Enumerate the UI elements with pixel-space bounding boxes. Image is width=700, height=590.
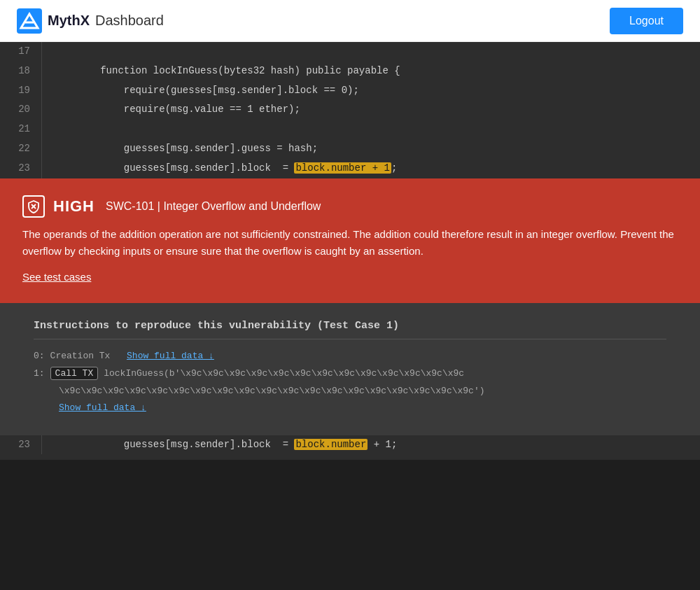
call-tx-badge: Call TX — [50, 367, 99, 380]
line-number-21: 21 — [0, 120, 42, 139]
mythx-logo-icon — [17, 8, 42, 34]
line-content-22: guesses[msg.sender].guess = hash; — [42, 139, 318, 159]
tx-step-0-label: Creation Tx — [50, 351, 121, 361]
line-number-17: 17 — [0, 42, 42, 62]
app-header: MythX Dashboard Logout — [0, 0, 700, 42]
code-line-18: 18 function lockInGuess(bytes32 hash) pu… — [0, 62, 700, 81]
line-content-21 — [42, 120, 59, 139]
alert-header: HIGH SWC-101 | Integer Overflow and Unde… — [22, 195, 678, 218]
shield-x-icon — [27, 199, 41, 213]
line-number-19: 19 — [0, 81, 42, 101]
alert-severity-icon — [22, 195, 45, 218]
instructions-section: Instructions to reproduce this vulnerabi… — [0, 303, 700, 435]
alert-section: HIGH SWC-101 | Integer Overflow and Unde… — [0, 178, 700, 303]
line-content-20: require(msg.value == 1 ether); — [42, 100, 300, 120]
line-content-17 — [42, 42, 59, 62]
logo-brand-name: MythX — [48, 13, 90, 29]
line-number-22: 22 — [0, 139, 42, 159]
tx-step-1: 1: Call TX lockInGuess(b'\x9c\x9c\x9c\x9… — [34, 367, 666, 380]
code-line-21: 21 — [0, 120, 700, 139]
alert-swc-code: SWC-101 | Integer Overflow and Underflow — [106, 200, 321, 213]
line-content-bottom-23: guesses[msg.sender].block = block.number… — [42, 435, 397, 455]
line-content-23: guesses[msg.sender].block = block.number… — [42, 159, 397, 178]
tx-step-0: 0: Creation Tx Show full data ↓ — [34, 351, 666, 361]
highlighted-code-bottom: block.number — [294, 439, 368, 450]
code-block-bottom: 23 guesses[msg.sender].block = block.num… — [0, 435, 700, 455]
instructions-title: Instructions to reproduce this vulnerabi… — [34, 320, 666, 339]
tx-step-1-data-short: lockInGuess(b'\x9c\x9c\x9c\x9c\x9c\x9c\x… — [104, 368, 464, 379]
code-line-22: 22 guesses[msg.sender].guess = hash; — [0, 139, 700, 159]
line-content-18: function lockInGuess(bytes32 hash) publi… — [42, 62, 400, 81]
code-line-17: 17 — [0, 42, 700, 62]
alert-description: The operands of the addition operation a… — [22, 226, 678, 260]
see-test-cases-link[interactable]: See test cases — [22, 271, 91, 283]
code-line-20: 20 require(msg.value == 1 ether); — [0, 100, 700, 120]
code-block-top: 17 18 function lockInGuess(bytes32 hash)… — [0, 42, 700, 178]
code-section-top: 17 18 function lockInGuess(bytes32 hash)… — [0, 42, 700, 178]
logo-subtitle: Dashboard — [95, 13, 164, 29]
logo: MythX Dashboard — [17, 8, 164, 34]
code-section-bottom: 23 guesses[msg.sender].block = block.num… — [0, 435, 700, 461]
line-number-bottom-23: 23 — [0, 435, 42, 455]
line-number-20: 20 — [0, 100, 42, 120]
tx-step-1-data-continuation: \x9c\x9c\x9c\x9c\x9c\x9c\x9c\x9c\x9c\x9c… — [59, 386, 666, 396]
line-content-19: require(guesses[msg.sender].block == 0); — [42, 81, 359, 101]
tx-step-0-num: 0: — [34, 351, 45, 361]
code-line-bottom-23: 23 guesses[msg.sender].block = block.num… — [0, 435, 700, 455]
code-line-23: 23 guesses[msg.sender].block = block.num… — [0, 159, 700, 178]
logout-button[interactable]: Logout — [610, 8, 683, 34]
show-full-data-link-1[interactable]: Show full data ↓ — [59, 402, 146, 413]
tx-step-1-num: 1: — [34, 368, 45, 379]
alert-severity-label: HIGH — [53, 197, 94, 216]
show-full-data-link-0[interactable]: Show full data ↓ — [127, 351, 214, 361]
line-number-18: 18 — [0, 62, 42, 81]
line-number-23: 23 — [0, 159, 42, 178]
code-line-19: 19 require(guesses[msg.sender].block == … — [0, 81, 700, 101]
highlighted-code-top: block.number + 1 — [294, 162, 391, 174]
